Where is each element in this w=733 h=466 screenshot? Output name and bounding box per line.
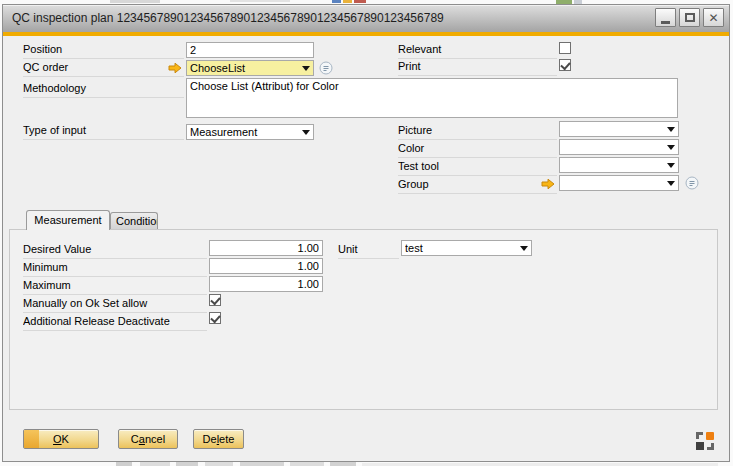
background-fragment bbox=[110, 0, 160, 3]
logo-bracket-bottom-right bbox=[707, 443, 714, 450]
tab-measurement[interactable]: Measurement bbox=[26, 210, 110, 230]
background-fragment bbox=[230, 0, 290, 2]
desired-value-input[interactable] bbox=[209, 240, 323, 256]
logo-bracket-top-left bbox=[696, 432, 703, 439]
color-combo[interactable] bbox=[559, 139, 679, 155]
qc-order-label: QC order bbox=[23, 60, 184, 77]
accent-line bbox=[3, 32, 729, 36]
chevron-down-icon bbox=[520, 246, 528, 251]
minimum-label: Minimum bbox=[23, 260, 207, 277]
maximize-icon bbox=[685, 13, 695, 22]
edit-notes-circle-icon[interactable] bbox=[319, 61, 333, 75]
title-bar[interactable]: QC inspection plan 123456789012345678901… bbox=[3, 5, 729, 32]
background-fragment bbox=[176, 462, 198, 466]
corner-squares-logo-icon bbox=[696, 432, 714, 450]
background-fragment bbox=[354, 0, 366, 3]
unit-combo[interactable]: test bbox=[401, 240, 532, 256]
qc-order-value: ChooseList bbox=[190, 62, 299, 75]
screen: QC inspection plan 123456789012345678901… bbox=[0, 0, 733, 466]
chevron-down-icon bbox=[667, 163, 675, 168]
type-of-input-value: Measurement bbox=[190, 126, 299, 139]
type-of-input-combo[interactable]: Measurement bbox=[186, 124, 314, 140]
window-title: QC inspection plan 123456789012345678901… bbox=[12, 5, 444, 32]
minimum-input[interactable] bbox=[209, 258, 323, 274]
desired-value-label: Desired Value bbox=[23, 242, 207, 259]
logo-dark-square bbox=[696, 442, 704, 450]
position-label: Position bbox=[23, 42, 184, 59]
methodology-textarea[interactable]: Choose List (Attribut) for Color bbox=[186, 78, 678, 118]
tab-condition[interactable]: Condition bbox=[110, 212, 158, 229]
link-arrow-icon[interactable] bbox=[541, 178, 555, 190]
manually-on-ok-set-allow-label: Manually on Ok Set allow bbox=[23, 296, 207, 313]
background-fragment bbox=[290, 462, 324, 466]
print-checkbox[interactable] bbox=[559, 59, 571, 71]
minimize-button[interactable] bbox=[655, 8, 676, 27]
maximum-input[interactable] bbox=[209, 276, 323, 292]
qc-order-combo[interactable]: ChooseList bbox=[186, 60, 314, 76]
background-fragment bbox=[330, 462, 356, 466]
background-fragment bbox=[332, 0, 341, 3]
methodology-label: Methodology bbox=[23, 81, 184, 98]
edit-notes-circle-icon[interactable] bbox=[685, 176, 699, 190]
ok-button[interactable]: OK bbox=[23, 429, 99, 449]
test-tool-label: Test tool bbox=[398, 159, 557, 176]
background-fragment bbox=[205, 462, 233, 466]
background-fragment bbox=[116, 462, 132, 466]
background-fragment bbox=[343, 0, 352, 3]
link-arrow-icon[interactable] bbox=[168, 62, 182, 74]
chevron-down-icon bbox=[302, 130, 310, 135]
relevant-label: Relevant bbox=[398, 42, 557, 59]
group-label: Group bbox=[398, 177, 557, 194]
qc-inspection-plan-dialog: QC inspection plan 123456789012345678901… bbox=[2, 4, 730, 462]
unit-label: Unit bbox=[338, 242, 399, 259]
background-fragment bbox=[240, 462, 284, 466]
close-icon: ✕ bbox=[708, 12, 718, 24]
additional-release-deactivate-label: Additional Release Deactivate bbox=[23, 314, 207, 331]
close-button[interactable]: ✕ bbox=[703, 8, 724, 27]
maximum-label: Maximum bbox=[23, 278, 207, 295]
chevron-down-icon bbox=[667, 127, 675, 132]
picture-combo[interactable] bbox=[559, 121, 679, 137]
maximize-button[interactable] bbox=[679, 8, 700, 27]
print-label: Print bbox=[398, 59, 557, 76]
logo-orange-square bbox=[706, 432, 714, 440]
chevron-down-icon bbox=[667, 181, 675, 186]
type-of-input-label: Type of input bbox=[23, 123, 184, 140]
relevant-checkbox[interactable] bbox=[559, 42, 571, 54]
unit-value: test bbox=[405, 242, 517, 255]
additional-release-deactivate-checkbox[interactable] bbox=[209, 312, 221, 324]
position-input[interactable] bbox=[186, 42, 314, 58]
delete-button[interactable]: Delete bbox=[193, 429, 244, 449]
manually-on-ok-set-allow-checkbox[interactable] bbox=[209, 294, 221, 306]
window-controls: ✕ bbox=[652, 8, 724, 27]
color-label: Color bbox=[398, 141, 557, 158]
picture-label: Picture bbox=[398, 123, 557, 140]
test-tool-combo[interactable] bbox=[559, 157, 679, 173]
group-combo[interactable] bbox=[559, 175, 679, 191]
minimize-icon bbox=[661, 21, 670, 24]
chevron-down-icon bbox=[302, 66, 310, 71]
cancel-button[interactable]: Cancel bbox=[118, 429, 178, 449]
background-fragment bbox=[140, 462, 170, 466]
chevron-down-icon bbox=[667, 145, 675, 150]
